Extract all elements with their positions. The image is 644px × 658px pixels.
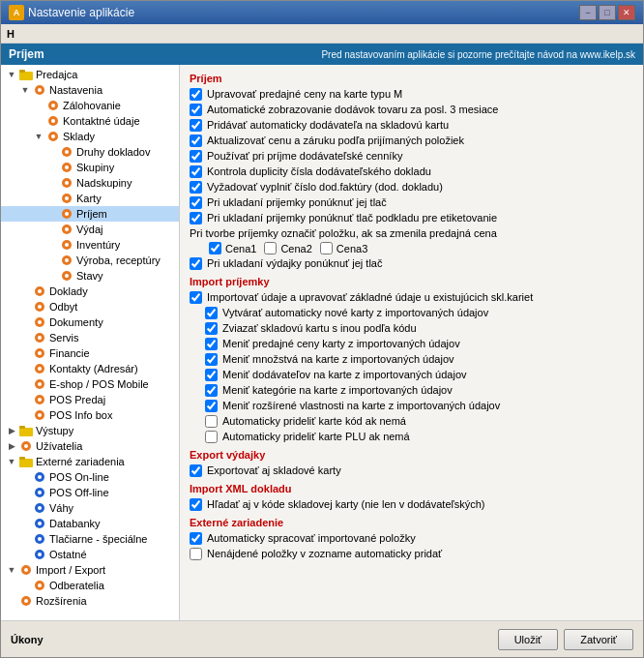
label-nenajdene: Nenájdené položky v zozname automaticky … <box>207 547 442 560</box>
sidebar-item-tlaciarneSpec[interactable]: Tlačiarne - špeciálne <box>1 531 179 547</box>
svg-point-31 <box>38 305 42 309</box>
sidebar-label-databanky: Databanky <box>49 518 101 529</box>
checkbox-pri_uklad_vyd[interactable] <box>190 257 202 270</box>
sidebar-item-vystupy[interactable]: ▶Výstupy <box>1 423 179 438</box>
checkbox-kontrola_dup[interactable] <box>190 165 202 178</box>
checkbox-zviat_sklad[interactable] <box>205 322 218 335</box>
sidebar-item-skupiny[interactable]: Skupiny <box>1 160 179 175</box>
sidebar-item-financie[interactable]: Financie <box>1 345 179 361</box>
sidebar-item-posinfobox[interactable]: POS Info box <box>1 407 179 423</box>
svg-rect-51 <box>19 457 25 460</box>
checkbox-row-pri_uklad_pod: Pri ukladaní prijemky ponúknuť tlač podk… <box>190 211 633 224</box>
sidebar-item-pospredaj[interactable]: POS Predaj <box>1 392 179 407</box>
expand-icon-uzivatelia[interactable]: ▶ <box>5 441 18 451</box>
sidebar-item-ostatne[interactable]: Ostatné <box>1 547 179 562</box>
menu-item-h[interactable]: H <box>7 28 15 40</box>
settings-icon <box>32 579 47 592</box>
checkbox-menit_rozsir[interactable] <box>205 400 218 412</box>
sidebar-item-posOffline[interactable]: POS Off-line <box>1 485 179 500</box>
sidebar-item-kontaktne[interactable]: Kontaktné údaje <box>1 113 179 129</box>
sidebar-item-databanky[interactable]: Databanky <box>1 516 179 531</box>
expand-icon-sklady[interactable]: ▼ <box>32 132 45 141</box>
label-exportovat_sklad: Exportovať aj skladové karty <box>207 464 341 477</box>
checkbox-exportovat_sklad[interactable] <box>190 464 202 477</box>
sidebar-item-kontakty[interactable]: Kontakty (Adresár) <box>1 361 179 376</box>
checkbox-auto_pridat_plu[interactable] <box>205 431 218 443</box>
sidebar-label-nastavenia: Nastavenia <box>49 84 102 96</box>
settings-icon <box>18 439 34 453</box>
folder-icon <box>18 424 34 437</box>
sidebar-item-sklady[interactable]: ▼Sklady <box>1 129 179 144</box>
sidebar-item-dokumenty[interactable]: Dokumenty <box>1 314 179 330</box>
content-area: ▼Predajca▼NastaveniaZálohovanieKontaktné… <box>1 65 643 620</box>
checkbox-pouzivat_dod[interactable] <box>190 150 202 163</box>
expand-icon-externeZariadenia[interactable]: ▼ <box>5 457 18 466</box>
settings-icon <box>45 114 61 128</box>
sidebar-item-doklady[interactable]: Doklady <box>1 284 179 299</box>
checkbox-pri_uklad_pod[interactable] <box>190 212 202 224</box>
checkbox-menit_kateg[interactable] <box>205 384 218 397</box>
checkbox-nenajdene[interactable] <box>190 548 202 560</box>
sidebar-item-vahy[interactable]: Váhy <box>1 500 179 516</box>
sidebar-item-eshop[interactable]: E-shop / POS Mobile <box>1 376 179 392</box>
sidebar-item-druhy[interactable]: Druhy dokladov <box>1 144 179 160</box>
expand-icon-predajca[interactable]: ▼ <box>5 70 18 79</box>
sidebar-item-karty[interactable]: Karty <box>1 191 179 206</box>
sidebar-item-odbyt[interactable]: Odbyt <box>1 299 179 314</box>
sidebar-item-inventury[interactable]: Inventúry <box>1 237 179 253</box>
checkbox-uprav_predaj[interactable] <box>190 88 202 101</box>
settings-icon <box>59 223 74 236</box>
checkbox-menit_mnozstva[interactable] <box>205 353 218 366</box>
checkbox-vyzadovat[interactable] <box>190 181 202 194</box>
sidebar-item-nastavenia[interactable]: ▼Nastavenia <box>1 82 179 98</box>
checkbox-hladat_kode[interactable] <box>190 498 202 511</box>
sidebar-item-rozsirenia[interactable]: Rozšírenia <box>1 593 179 609</box>
svg-point-59 <box>38 522 42 525</box>
info-bar-section: Príjem <box>9 47 44 61</box>
sidebar-item-nadskupiny[interactable]: Nadskupiny <box>1 175 179 191</box>
close-button[interactable]: ✕ <box>618 5 635 20</box>
sidebar-item-prijem[interactable]: Príjem <box>1 206 179 222</box>
settings-icon <box>59 161 74 174</box>
checkbox-menit_dodav[interactable] <box>205 369 218 381</box>
checkbox-pri_uklad_pon[interactable] <box>190 196 202 209</box>
expand-icon-importExport[interactable]: ▼ <box>5 565 18 575</box>
sidebar-label-servis: Servis <box>49 332 79 344</box>
sidebar-item-externeZariadenia[interactable]: ▼Externé zariadenia <box>1 454 179 469</box>
checkbox-auto_sprac[interactable] <box>190 532 202 545</box>
sidebar-item-servis[interactable]: Servis <box>1 330 179 345</box>
sidebar-item-importExport[interactable]: ▼Import / Export <box>1 562 179 578</box>
sidebar-item-posOnline[interactable]: POS On-line <box>1 469 179 485</box>
checkbox-auto_pridat_kod[interactable] <box>205 415 218 428</box>
sidebar-item-zalohovanie[interactable]: Zálohovanie <box>1 98 179 113</box>
checkbox-cena2[interactable] <box>264 242 277 254</box>
sidebar-item-odberatelia[interactable]: Odberatelia <box>1 578 179 593</box>
blue-icon <box>32 517 47 530</box>
checkbox-vytv_auto[interactable] <box>205 307 218 319</box>
save-button[interactable]: Uložiť <box>498 629 559 650</box>
checkbox-row-pri_uklad_vyd: Pri ukladaní výdajky ponúknuť jej tlač <box>190 256 633 270</box>
blue-icon <box>32 470 47 484</box>
close-button[interactable]: Zatvoriť <box>564 629 633 650</box>
sidebar-item-stavy[interactable]: Stavy <box>1 268 179 284</box>
minimize-button[interactable]: − <box>579 5 597 20</box>
svg-point-7 <box>51 119 55 123</box>
sidebar-item-uzivatelia[interactable]: ▶Užívatelia <box>1 438 179 454</box>
checkbox-cena1[interactable] <box>209 242 221 254</box>
checkbox-pridat_auto[interactable] <box>190 119 202 132</box>
checkbox-import_uprav[interactable] <box>190 291 202 304</box>
svg-point-25 <box>65 258 69 262</box>
checkbox-aktualizovat[interactable] <box>190 135 202 147</box>
sidebar-item-predajca[interactable]: ▼Predajca <box>1 67 179 82</box>
expand-icon-nastavenia[interactable]: ▼ <box>18 85 32 95</box>
sidebar-item-vydaj[interactable]: Výdaj <box>1 222 179 237</box>
checkbox-menit_predaj[interactable] <box>205 338 218 350</box>
checkbox-cena3[interactable] <box>320 242 333 254</box>
sidebar-label-posinfobox: POS Info box <box>49 409 112 421</box>
checkbox-auto_zobraz[interactable] <box>190 104 202 116</box>
maximize-button[interactable]: □ <box>599 5 616 20</box>
checkbox-row-menit_predaj: Meniť predajné ceny karty z importovanýc… <box>205 337 633 350</box>
expand-icon-vystupy[interactable]: ▶ <box>5 426 18 435</box>
label-cena3: Cena3 <box>337 243 367 254</box>
sidebar-item-vyroba[interactable]: Výroba, receptúry <box>1 253 179 268</box>
